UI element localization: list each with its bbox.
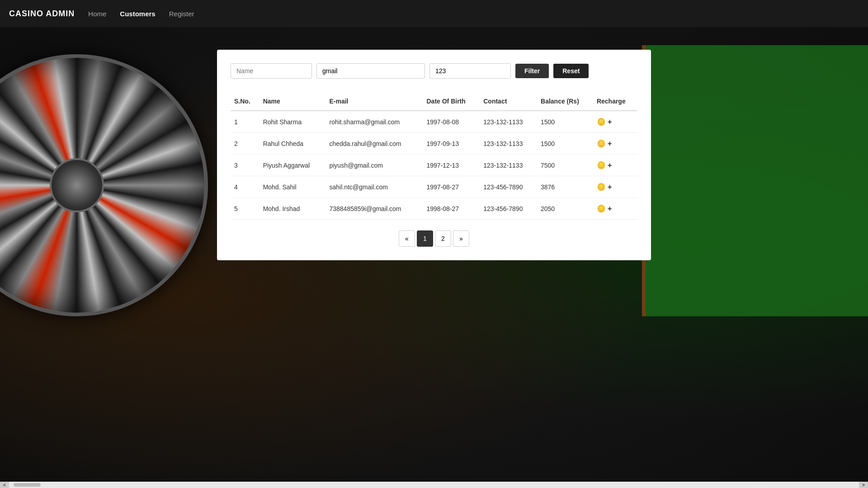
plus-icon: +: [608, 140, 612, 148]
cell-balance: 3876: [537, 176, 593, 198]
cell-email: rohit.sharma@gmail.com: [326, 111, 423, 133]
coin-icon: 🪙: [597, 139, 606, 148]
scrollbar-thumb[interactable]: [14, 483, 41, 487]
filter-row: Filter Reset: [231, 63, 637, 79]
recharge-button[interactable]: 🪙 +: [597, 161, 612, 169]
cell-dob: 1997-12-13: [423, 155, 480, 176]
col-dob: Date Of Birth: [423, 92, 480, 111]
pagination-next[interactable]: »: [453, 230, 469, 247]
cell-sno: 5: [231, 198, 259, 220]
table-row: 5 Mohd. Irshad 7388485859i@gmail.com 199…: [231, 198, 637, 220]
content-panel: Filter Reset S.No. Name E-mail Date Of B…: [217, 50, 651, 260]
casino-table-decoration: [642, 45, 868, 316]
cell-email: 7388485859i@gmail.com: [326, 198, 423, 220]
cell-contact: 123-132-1133: [480, 111, 537, 133]
plus-icon: +: [608, 205, 612, 213]
cell-sno: 2: [231, 133, 259, 155]
pagination-prev[interactable]: «: [399, 230, 415, 247]
cell-name: Piyush Aggarwal: [259, 155, 326, 176]
table-row: 1 Rohit Sharma rohit.sharma@gmail.com 19…: [231, 111, 637, 133]
col-recharge: Recharge: [593, 92, 637, 111]
roulette-center: [50, 158, 104, 212]
pagination-page-2[interactable]: 2: [435, 230, 451, 247]
col-balance: Balance (Rs): [537, 92, 593, 111]
cell-name: Mohd. Sahil: [259, 176, 326, 198]
cell-recharge[interactable]: 🪙 +: [593, 176, 637, 198]
plus-icon: +: [608, 161, 612, 169]
cell-contact: 123-456-7890: [480, 198, 537, 220]
cell-name: Rahul Chheda: [259, 133, 326, 155]
col-sno: S.No.: [231, 92, 259, 111]
col-name: Name: [259, 92, 326, 111]
coin-icon: 🪙: [597, 161, 606, 169]
cell-contact: 123-456-7890: [480, 176, 537, 198]
cell-contact: 123-132-1133: [480, 155, 537, 176]
cell-email: piyush@gmail.com: [326, 155, 423, 176]
cell-dob: 1997-08-27: [423, 176, 480, 198]
cell-sno: 4: [231, 176, 259, 198]
recharge-button[interactable]: 🪙 +: [597, 183, 612, 191]
coin-icon: 🪙: [597, 204, 606, 213]
scroll-left-arrow[interactable]: <: [0, 482, 9, 488]
nav-home[interactable]: Home: [88, 10, 106, 18]
cell-contact: 123-132-1133: [480, 133, 537, 155]
cell-balance: 2050: [537, 198, 593, 220]
cell-dob: 1997-08-08: [423, 111, 480, 133]
filter-button[interactable]: Filter: [515, 64, 549, 78]
cell-recharge[interactable]: 🪙 +: [593, 133, 637, 155]
cell-recharge[interactable]: 🪙 +: [593, 198, 637, 220]
navbar: CASINO ADMIN Home Customers Register: [0, 0, 868, 27]
cell-name: Mohd. Irshad: [259, 198, 326, 220]
customers-table: S.No. Name E-mail Date Of Birth Contact …: [231, 92, 637, 220]
cell-balance: 7500: [537, 155, 593, 176]
coin-icon: 🪙: [597, 117, 606, 126]
cell-sno: 1: [231, 111, 259, 133]
reset-button[interactable]: Reset: [553, 64, 589, 78]
pagination: « 1 2 »: [231, 230, 637, 247]
recharge-button[interactable]: 🪙 +: [597, 117, 612, 126]
nav-customers[interactable]: Customers: [120, 10, 155, 18]
contact-filter-input[interactable]: [429, 63, 511, 79]
cell-dob: 1997-09-13: [423, 133, 480, 155]
table-row: 4 Mohd. Sahil sahil.ntc@gmail.com 1997-0…: [231, 176, 637, 198]
cell-dob: 1998-08-27: [423, 198, 480, 220]
col-email: E-mail: [326, 92, 423, 111]
pagination-page-1[interactable]: 1: [417, 230, 433, 247]
email-filter-input[interactable]: [316, 63, 425, 79]
horizontal-scrollbar[interactable]: < >: [0, 482, 868, 488]
cell-balance: 1500: [537, 111, 593, 133]
cell-balance: 1500: [537, 133, 593, 155]
cell-email: sahil.ntc@gmail.com: [326, 176, 423, 198]
nav-register[interactable]: Register: [169, 10, 194, 18]
table-header-row: S.No. Name E-mail Date Of Birth Contact …: [231, 92, 637, 111]
plus-icon: +: [608, 183, 612, 191]
cell-email: chedda.rahul@gmail.com: [326, 133, 423, 155]
brand-logo: CASINO ADMIN: [9, 9, 75, 19]
recharge-button[interactable]: 🪙 +: [597, 204, 612, 213]
table-row: 2 Rahul Chheda chedda.rahul@gmail.com 19…: [231, 133, 637, 155]
plus-icon: +: [608, 118, 612, 126]
cell-sno: 3: [231, 155, 259, 176]
cell-recharge[interactable]: 🪙 +: [593, 111, 637, 133]
table-row: 3 Piyush Aggarwal piyush@gmail.com 1997-…: [231, 155, 637, 176]
cell-name: Rohit Sharma: [259, 111, 326, 133]
cell-recharge[interactable]: 🪙 +: [593, 155, 637, 176]
col-contact: Contact: [480, 92, 537, 111]
recharge-button[interactable]: 🪙 +: [597, 139, 612, 148]
name-filter-input[interactable]: [231, 63, 312, 79]
scroll-right-arrow[interactable]: >: [859, 482, 868, 488]
coin-icon: 🪙: [597, 183, 606, 191]
